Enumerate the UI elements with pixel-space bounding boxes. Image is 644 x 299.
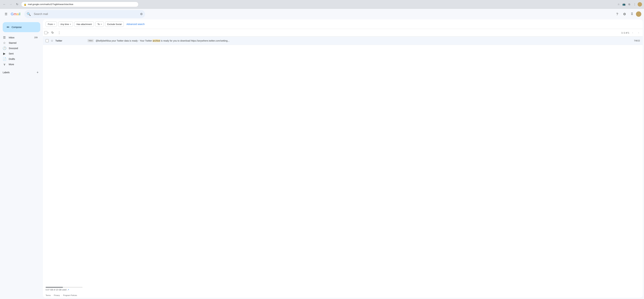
footer-dot-1: · — [52, 294, 52, 296]
footer-dot-2: · — [61, 294, 62, 296]
pagination-next-button[interactable]: › — [636, 30, 641, 35]
star-icon: ☆ — [3, 41, 6, 45]
browser-cast-button[interactable]: 📺 — [622, 2, 626, 7]
sidebar-item-sent[interactable]: ▶ Sent — [0, 51, 40, 56]
apps-icon: ⠿ — [631, 12, 633, 16]
inbox-tag: Inbox — [88, 39, 94, 42]
to-dropdown-icon: ▾ — [101, 23, 102, 25]
inbox-count: 209 — [34, 36, 38, 39]
menu-button[interactable]: ☰ — [3, 11, 10, 17]
snooze-icon: 🕐 — [3, 46, 6, 50]
email-list: ☆ Twitter Inbox @kellybethlisa your Twit… — [43, 36, 643, 285]
browser-right-icons: ☆ 📺 ⧉ ⋮ — [616, 2, 642, 7]
storage-used-text: 0.07 GB of 15 GB used — [46, 289, 66, 291]
snippet-highlight: archive — [152, 39, 160, 42]
email-toolbar: ▾ ↻ ⋮ 1–1 of 1 ‹ › — [43, 29, 643, 36]
privacy-link[interactable]: Privacy — [54, 294, 60, 296]
sidebar-item-label-inbox: Inbox — [9, 36, 32, 39]
any-time-filter-chip[interactable]: Any time ▾ — [58, 21, 73, 27]
add-label-button[interactable]: + — [35, 70, 40, 75]
search-input[interactable] — [24, 10, 145, 18]
refresh-icon: ↻ — [51, 31, 54, 34]
pagination-info: 1–1 of 1 ‹ › — [621, 30, 641, 35]
sidebar-item-starred[interactable]: ☆ Starred — [0, 40, 40, 46]
terms-link[interactable]: Terms — [46, 294, 51, 296]
from-filter-chip[interactable]: From ▾ — [46, 21, 57, 27]
email-row-checkbox[interactable] — [46, 39, 49, 42]
storage-text: 0.07 GB of 15 GB used ↗ — [46, 289, 640, 291]
exclude-social-filter-chip[interactable]: Exclude Social — [105, 21, 124, 27]
browser-split-button[interactable]: ⧉ — [627, 2, 632, 7]
settings-button[interactable]: ⚙ — [621, 11, 628, 17]
compose-label: Compose — [12, 26, 22, 28]
drafts-icon: 📄 — [3, 57, 6, 61]
google-apps-button[interactable]: ⠿ — [628, 11, 635, 17]
more-options-icon: ⋮ — [58, 31, 61, 34]
search-icon: 🔍 — [27, 12, 31, 16]
topbar-right: ? ⚙ ⠿ — [614, 11, 641, 17]
advanced-search-link[interactable]: Advanced search — [125, 22, 146, 26]
address-bar[interactable]: 🔒 mail.google.com/mail/u/2/?ogbl#search/… — [21, 2, 138, 7]
has-attachment-filter-chip[interactable]: Has attachment — [74, 21, 94, 27]
storage-bar — [46, 287, 63, 288]
sidebar-item-more[interactable]: ∨ More — [0, 62, 40, 67]
user-avatar[interactable] — [636, 11, 641, 17]
pagination-prev-button[interactable]: ‹ — [630, 30, 635, 35]
pagination-text: 1–1 of 1 — [621, 31, 629, 34]
email-footer: 0.07 GB of 15 GB used ↗ Terms · Privacy … — [43, 285, 643, 298]
sidebar-item-inbox[interactable]: ☰ Inbox 209 — [0, 35, 40, 40]
storage-bar-container — [46, 287, 82, 288]
gear-icon: ⚙ — [623, 12, 626, 16]
browser-reload-button[interactable]: ↻ — [15, 2, 20, 7]
browser-back-button[interactable]: ← — [2, 2, 7, 7]
compose-icon: ✏ — [7, 25, 10, 29]
footer-links: Terms · Privacy · Program Policies — [43, 293, 643, 298]
topbar: ☰ Gmail 🔍 ⚙ ? ⚙ ⠿ — [0, 9, 644, 19]
sidebar-item-label-sent: Sent — [9, 52, 38, 55]
search-filters: From ▾ Any time ▾ Has attachment To ▾ Ex… — [43, 19, 643, 29]
gmail-logo: Gmail — [11, 12, 20, 16]
refresh-button[interactable]: ↻ — [50, 30, 56, 36]
url-text: mail.google.com/mail/u/2/?ogbl#search/ar… — [28, 3, 73, 5]
sidebar-item-label-snoozed: Snoozed — [9, 47, 38, 50]
select-dropdown-button[interactable]: ▾ — [47, 31, 49, 34]
inbox-icon: ☰ — [3, 36, 6, 39]
more-options-button[interactable]: ⋮ — [56, 30, 62, 36]
select-all-container: ▾ — [44, 31, 49, 34]
lock-icon: 🔒 — [24, 3, 26, 6]
tune-icon: ⚙ — [140, 12, 143, 16]
search-options-button[interactable]: ⚙ — [140, 12, 143, 16]
sender-name: Twitter — [55, 39, 86, 42]
browser-profile-avatar[interactable] — [638, 2, 642, 6]
sent-icon: ▶ — [3, 52, 6, 55]
search-submit-button[interactable]: 🔍 — [27, 12, 31, 16]
sidebar-item-label-drafts: Drafts — [9, 58, 38, 60]
gmail-logo-g: Gmail — [11, 12, 20, 16]
select-all-checkbox[interactable] — [44, 31, 47, 34]
from-dropdown-icon: ▾ — [54, 23, 55, 25]
sidebar-item-snoozed[interactable]: 🕐 Snoozed — [0, 46, 40, 51]
sidebar-item-label-starred: Starred — [9, 41, 38, 44]
help-button[interactable]: ? — [614, 11, 620, 17]
labels-title: Labels — [3, 71, 10, 74]
labels-section: Labels + — [0, 67, 43, 78]
from-filter-label: From — [48, 23, 53, 25]
email-date: 7/8/22 — [634, 39, 640, 42]
search-bar-container: 🔍 ⚙ — [24, 10, 145, 18]
browser-menu-button[interactable]: ⋮ — [632, 2, 637, 7]
main-content: ✏ Compose ☰ Inbox 209 ☆ Starred 🕐 Snooze… — [0, 19, 644, 299]
email-snippet: @kellybethlisa your Twitter data is read… — [96, 39, 632, 42]
to-filter-chip[interactable]: To ▾ — [95, 21, 104, 27]
app-container: ☰ Gmail 🔍 ⚙ ? ⚙ ⠿ — [0, 9, 644, 299]
exclude-social-filter-label: Exclude Social — [107, 23, 122, 25]
program-policies-link[interactable]: Program Policies — [63, 294, 77, 296]
table-row[interactable]: ☆ Twitter Inbox @kellybethlisa your Twit… — [43, 36, 643, 45]
star-button[interactable]: ☆ — [51, 39, 53, 42]
storage-link-icon[interactable]: ↗ — [68, 289, 69, 291]
browser-forward-button[interactable]: → — [8, 2, 13, 7]
compose-button[interactable]: ✏ Compose — [3, 22, 40, 32]
sidebar-item-drafts[interactable]: 📄 Drafts — [0, 56, 40, 62]
browser-bookmark-button[interactable]: ☆ — [616, 2, 621, 7]
more-icon: ∨ — [3, 62, 6, 66]
labels-header: Labels + — [3, 68, 40, 76]
